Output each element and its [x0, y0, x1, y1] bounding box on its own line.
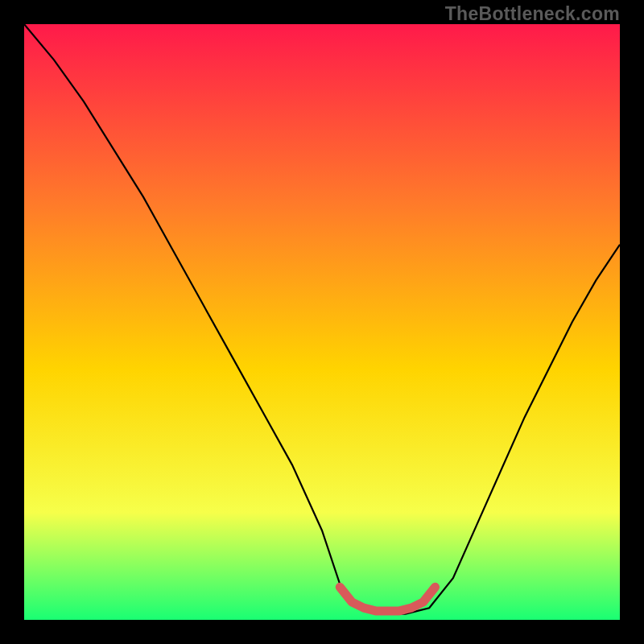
watermark-text: TheBottleneck.com [445, 3, 620, 25]
bottleneck-chart [24, 24, 620, 620]
chart-frame: TheBottleneck.com [0, 0, 644, 644]
